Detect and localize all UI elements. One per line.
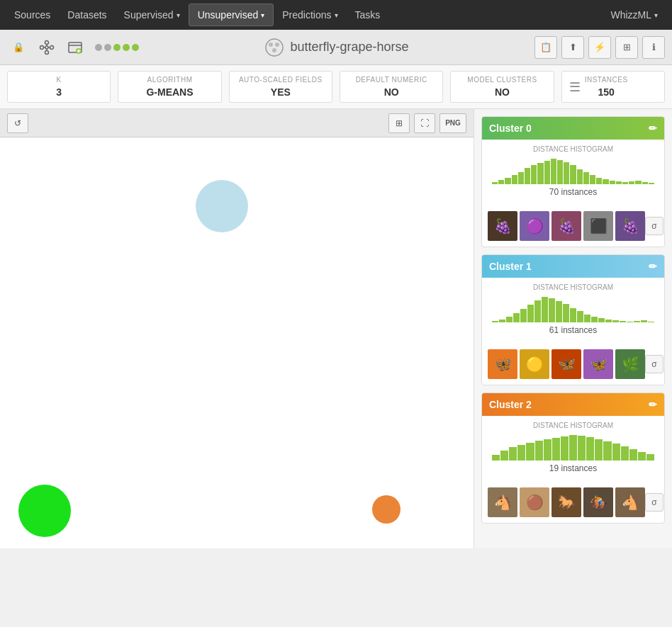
cluster-2-thumb-1[interactable]: 🟤: [520, 487, 549, 517]
lock-icon[interactable]: 🔒: [7, 36, 30, 59]
viz-toolbar: ↺ ⊞ ⛶ PNG: [0, 109, 474, 137]
cluster-0-thumb-1[interactable]: 🟣: [520, 211, 549, 241]
svg-point-1: [45, 40, 49, 44]
fullscreen-icon[interactable]: ⛶: [414, 113, 435, 133]
dot-5: [132, 44, 139, 51]
cluster-1-body: DISTANCE HISTOGRAM 61 instances: [482, 278, 664, 346]
nav-sources[interactable]: Sources: [6, 0, 59, 30]
sidebar: Cluster 0 ✏ DISTANCE HISTOGRAM 70 instan…: [474, 109, 672, 548]
param-auto-scaled-value: YES: [237, 86, 325, 98]
param-instances-label: INSTANCES: [585, 76, 628, 84]
cluster-0-actions: σ ↺: [645, 217, 665, 235]
cluster-1-edit-icon[interactable]: ✏: [649, 261, 657, 272]
cluster-0-histogram: [489, 156, 657, 184]
cluster-1-histogram: [489, 294, 657, 322]
cluster-card-0: Cluster 0 ✏ DISTANCE HISTOGRAM 70 instan…: [481, 116, 665, 247]
cluster-2-label: Cluster 2: [489, 399, 532, 410]
param-algorithm: ALGORITHM G-MEANS: [118, 71, 221, 103]
cluster-0-thumbnails: 🍇 🟣 🍇 ⬛ 🍇: [488, 211, 645, 241]
cluster-0-instances: 70 instances: [489, 187, 657, 197]
refresh-icon[interactable]: ⚡: [588, 36, 611, 59]
toolbar: 🔒 butterfly-grape-horse �: [0, 30, 672, 65]
cluster-2-actions: σ ↺: [645, 493, 665, 512]
add-icon[interactable]: [64, 36, 86, 59]
cluster-0-sigma-btn[interactable]: σ: [645, 217, 663, 235]
param-k: K 3: [7, 71, 111, 103]
cluster-2-thumb-4[interactable]: 🐴: [615, 487, 645, 517]
cluster-canvas: [0, 137, 474, 548]
cluster-0-header: Cluster 0 ✏: [482, 117, 664, 140]
cluster-2-edit-icon[interactable]: ✏: [649, 399, 657, 410]
cluster-0-thumb-3[interactable]: ⬛: [583, 211, 613, 241]
toolbar-actions: 📋 ⬆ ⚡ ⊞ ℹ: [534, 36, 665, 59]
dot-2: [104, 44, 111, 51]
cluster-2-sigma-btn[interactable]: σ: [645, 493, 663, 512]
dot-4: [123, 44, 130, 51]
param-instances-value: 150: [585, 86, 628, 98]
nav-supervised[interactable]: Supervised ▾: [116, 0, 189, 30]
cluster-2-histogram: [489, 432, 657, 461]
cluster-0-thumb-2[interactable]: 🍇: [551, 211, 581, 241]
cluster-2-dist-label: DISTANCE HISTOGRAM: [489, 422, 657, 429]
fit-view-icon[interactable]: ⊞: [388, 113, 410, 133]
cluster-icon[interactable]: [35, 36, 58, 59]
cluster-1-thumb-row: 🦋 🟡 🦋 🦋 🌿 σ ↺: [482, 346, 664, 385]
cluster-1-thumb-4[interactable]: 🌿: [615, 349, 645, 379]
param-default-numeric-label: DEFAULT NUMERIC: [347, 76, 435, 84]
dot-3: [113, 44, 121, 51]
svg-point-3: [45, 50, 49, 54]
cluster-1-thumbnails: 🦋 🟡 🦋 🦋 🌿: [488, 349, 645, 379]
unsupervised-dropdown-arrow: ▾: [261, 11, 264, 19]
param-algorithm-label: ALGORITHM: [125, 76, 213, 84]
param-default-numeric-value: NO: [347, 86, 435, 98]
instances-lines-icon: ☰: [569, 79, 581, 95]
param-auto-scaled: AUTO-SCALED FIELDS YES: [229, 71, 332, 103]
param-model-clusters: MODEL CLUSTERS NO: [450, 71, 554, 103]
cluster-0-thumb-4[interactable]: 🍇: [615, 211, 645, 241]
upload-icon[interactable]: ⬆: [561, 36, 584, 59]
model-logo: [264, 38, 284, 57]
cluster-1-sigma-btn[interactable]: σ: [645, 355, 663, 373]
navbar: Sources Datasets Supervised ▾ Unsupervis…: [0, 0, 672, 30]
svg-point-15: [269, 43, 273, 47]
nav-datasets[interactable]: Datasets: [59, 0, 115, 30]
cluster-2-thumb-row: 🐴 🟤 🐎 🏇 🐴 σ ↺: [482, 485, 664, 523]
param-auto-scaled-label: AUTO-SCALED FIELDS: [237, 76, 325, 84]
back-icon[interactable]: ↺: [7, 113, 28, 133]
cluster-2-thumb-2[interactable]: 🐎: [551, 487, 581, 517]
cluster-0-edit-icon[interactable]: ✏: [649, 123, 657, 134]
cluster-2-thumb-0[interactable]: 🐴: [488, 487, 517, 517]
code-icon[interactable]: ⊞: [615, 36, 638, 59]
info-icon[interactable]: ℹ: [642, 36, 665, 59]
model-title: butterfly-grape-horse: [145, 38, 529, 57]
nav-brand[interactable]: WhizzML ▾: [602, 0, 666, 30]
cluster-2-body: DISTANCE HISTOGRAM 19 instances: [482, 416, 664, 485]
png-export-btn[interactable]: PNG: [439, 113, 466, 133]
cluster-0-thumb-0[interactable]: 🍇: [488, 211, 517, 241]
cluster-1-header: Cluster 1 ✏: [482, 255, 664, 278]
cluster-1-thumb-0[interactable]: 🦋: [488, 349, 517, 379]
param-instances: ☰ INSTANCES 150: [561, 71, 665, 103]
nav-predictions[interactable]: Predictions ▾: [274, 0, 346, 30]
svg-point-14: [266, 39, 283, 56]
nav-tasks[interactable]: Tasks: [347, 0, 389, 30]
param-k-value: 3: [15, 86, 103, 98]
cluster-1-thumb-2[interactable]: 🦋: [551, 349, 581, 379]
cluster-1-thumb-1[interactable]: 🟡: [520, 349, 549, 379]
cluster-2-thumb-3[interactable]: 🏇: [583, 487, 613, 517]
brand-dropdown-arrow: ▾: [654, 11, 658, 19]
nav-unsupervised[interactable]: Unsupervised ▾: [189, 4, 274, 26]
cluster-2-instances: 19 instances: [489, 463, 657, 473]
cluster-circle-2[interactable]: [372, 495, 401, 524]
cluster-1-dist-label: DISTANCE HISTOGRAM: [489, 283, 657, 291]
status-dots: [95, 44, 139, 51]
param-default-numeric: DEFAULT NUMERIC NO: [340, 71, 443, 103]
report-icon[interactable]: 📋: [534, 36, 557, 59]
cluster-card-1: Cluster 1 ✏ DISTANCE HISTOGRAM 61 instan…: [481, 254, 665, 385]
svg-point-0: [40, 45, 44, 49]
cluster-circle-0[interactable]: [18, 485, 71, 537]
cluster-circle-1[interactable]: [196, 180, 248, 232]
cluster-0-dist-label: DISTANCE HISTOGRAM: [489, 145, 657, 153]
svg-point-16: [275, 43, 279, 47]
cluster-1-thumb-3[interactable]: 🦋: [583, 349, 613, 379]
